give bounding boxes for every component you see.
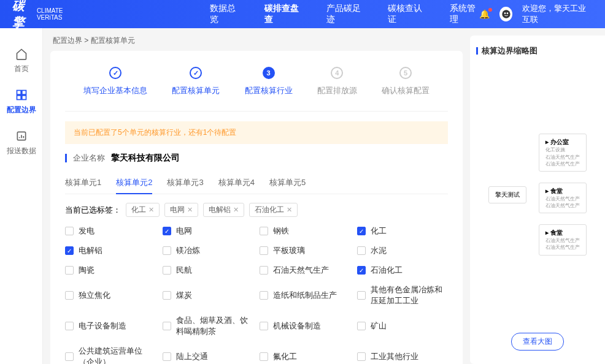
industry-checkbox[interactable]: 石油天然气生产 <box>260 265 351 276</box>
svg-point-0 <box>502 10 510 18</box>
industry-checkbox[interactable]: 电子设备制造 <box>65 315 156 337</box>
selected-tag: 电解铝✕ <box>203 203 244 217</box>
step[interactable]: 填写企业基本信息 <box>83 67 147 96</box>
logo: 碳擎 CLIMATE VERiTAS <box>12 0 63 31</box>
unit-tab[interactable]: 核算单元2 <box>116 172 152 194</box>
checkbox-icon <box>65 322 74 330</box>
step[interactable]: 配置核算单元 <box>172 67 220 96</box>
tag-remove-icon[interactable]: ✕ <box>148 206 154 214</box>
checkbox-icon <box>357 266 366 275</box>
checkbox-icon <box>260 291 268 300</box>
svg-rect-4 <box>21 91 26 95</box>
industry-checkbox[interactable]: 电网 <box>163 226 254 237</box>
right-title: 核算边界缩略图 <box>476 45 599 56</box>
industry-checkbox[interactable]: 机械设备制造 <box>260 315 351 337</box>
checkbox-icon <box>357 352 366 361</box>
step[interactable]: 5确认核算配置 <box>382 67 430 96</box>
step-label: 确认核算配置 <box>382 85 430 96</box>
checkbox-icon <box>65 352 74 361</box>
alert-banner: 当前已配置了5个单元的核算行业，还有1个待配置 <box>65 121 448 144</box>
sidebar-item[interactable]: 首页 <box>0 40 42 82</box>
avatar[interactable] <box>499 7 512 21</box>
company-name: 擎天科技有限公司 <box>111 153 180 164</box>
header-right: 🔔 欢迎您，擎天工业互联 <box>479 3 593 25</box>
checkbox-icon <box>357 322 366 330</box>
industry-checkbox[interactable]: 钢铁 <box>260 226 351 237</box>
industry-checkbox[interactable]: 工业其他行业 <box>357 346 449 364</box>
unit-tab[interactable]: 核算单元4 <box>218 172 255 194</box>
nav-item[interactable]: 产品碳足迹 <box>326 3 364 25</box>
industry-grid: 发电电网钢铁化工电解铝镁冶炼平板玻璃水泥陶瓷民航石油天然气生产石油化工独立焦化煤… <box>65 226 448 364</box>
unit-tab[interactable]: 核算单元5 <box>269 172 306 194</box>
sidebar-icon <box>15 89 28 101</box>
checkbox-icon <box>65 291 74 300</box>
bell-icon[interactable]: 🔔 <box>479 9 490 19</box>
top-nav: 数据总览碳排查盘查产品碳足迹碳核查认证系统管理 <box>210 3 479 25</box>
company-label: 企业名称 <box>73 153 105 164</box>
step-icon <box>109 67 121 79</box>
industry-checkbox[interactable]: 陶瓷 <box>65 265 156 276</box>
diagram-node: ▸ 办公室化工设施石油天然气生产石油天然气生产 <box>539 134 587 172</box>
view-large-button[interactable]: 查看大图 <box>511 333 564 351</box>
industry-checkbox[interactable]: 其他有色金属冶炼和压延加工工业 <box>357 284 449 306</box>
tags-row: 当前已选标签： 化工✕电网✕电解铝✕石油化工✕ <box>65 203 448 217</box>
checkbox-icon <box>65 227 74 235</box>
sidebar-item[interactable]: 配置边界 <box>0 82 42 123</box>
logo-cn: 碳擎 <box>12 0 32 31</box>
industry-checkbox[interactable]: 电解铝 <box>65 245 156 256</box>
unit-tab[interactable]: 核算单元3 <box>167 172 203 194</box>
checkbox-icon <box>357 291 366 300</box>
svg-point-1 <box>504 12 506 14</box>
checkbox-icon <box>357 227 366 235</box>
checkbox-icon <box>65 266 74 275</box>
step[interactable]: 3配置核算行业 <box>245 67 293 96</box>
industry-checkbox[interactable]: 水泥 <box>357 245 449 256</box>
sidebar-icon <box>15 48 28 60</box>
selected-tag: 电网✕ <box>164 203 198 217</box>
nav-item[interactable]: 碳排查盘查 <box>264 3 302 25</box>
industry-checkbox[interactable]: 氟化工 <box>260 346 351 364</box>
industry-checkbox[interactable]: 造纸和纸制品生产 <box>260 284 351 306</box>
nav-item[interactable]: 数据总览 <box>210 3 239 25</box>
tag-remove-icon[interactable]: ✕ <box>233 206 239 214</box>
checkbox-icon <box>260 246 268 255</box>
boundary-diagram: 擎天测试 ▸ 办公室化工设施石油天然气生产石油天然气生产▸ 食堂石油天然气生产石… <box>476 56 599 333</box>
industry-checkbox[interactable]: 陆上交通 <box>163 346 254 364</box>
unit-tab[interactable]: 核算单元1 <box>65 172 101 194</box>
tag-remove-icon[interactable]: ✕ <box>287 206 292 214</box>
checkbox-icon <box>65 246 74 255</box>
accent-bar <box>65 154 67 162</box>
step-icon: 5 <box>399 67 412 79</box>
checkbox-icon <box>163 291 171 300</box>
top-header: 碳擎 CLIMATE VERiTAS 数据总览碳排查盘查产品碳足迹碳核查认证系统… <box>0 0 605 28</box>
diagram-node: ▸ 食堂石油天然气生产石油天然气生产 <box>539 224 587 255</box>
checkbox-icon <box>260 266 268 275</box>
industry-checkbox[interactable]: 矿山 <box>357 315 449 337</box>
tags-label: 当前已选标签： <box>65 205 121 216</box>
step[interactable]: 4配置排放源 <box>317 67 357 96</box>
main-card: 填写企业基本信息配置核算单元3配置核算行业4配置排放源5确认核算配置 当前已配置… <box>50 51 463 364</box>
tag-remove-icon[interactable]: ✕ <box>187 206 193 214</box>
step-icon: 3 <box>263 67 275 79</box>
nav-item[interactable]: 碳核查认证 <box>388 3 425 25</box>
step-label: 配置排放源 <box>317 85 357 96</box>
industry-checkbox[interactable]: 石油化工 <box>357 265 449 276</box>
breadcrumb: 配置边界 > 配置核算单元 <box>50 36 463 46</box>
industry-checkbox[interactable]: 公共建筑运营单位（企业） <box>65 346 156 364</box>
industry-checkbox[interactable]: 化工 <box>357 226 449 237</box>
svg-rect-3 <box>17 91 21 95</box>
industry-checkbox[interactable]: 民航 <box>163 265 254 276</box>
industry-checkbox[interactable]: 发电 <box>65 226 156 237</box>
steps: 填写企业基本信息配置核算单元3配置核算行业4配置排放源5确认核算配置 <box>65 62 448 112</box>
industry-checkbox[interactable]: 镁冶炼 <box>163 245 254 256</box>
sidebar-item[interactable]: 报送数据 <box>0 123 42 164</box>
industry-checkbox[interactable]: 平板玻璃 <box>260 245 351 256</box>
step-icon: 4 <box>331 67 343 79</box>
checkbox-icon <box>163 246 171 255</box>
industry-checkbox[interactable]: 煤炭 <box>163 284 254 306</box>
nav-item[interactable]: 系统管理 <box>450 3 479 25</box>
industry-checkbox[interactable]: 食品、烟草及酒、饮料喝精制茶 <box>163 315 254 337</box>
industry-checkbox[interactable]: 独立焦化 <box>65 284 156 306</box>
step-label: 填写企业基本信息 <box>83 85 147 96</box>
checkbox-icon <box>163 352 171 361</box>
